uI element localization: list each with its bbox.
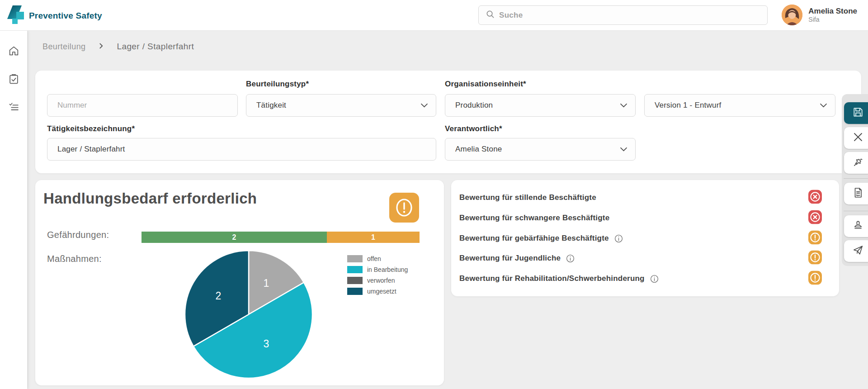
bewertung-label: Bewertung für Jugendliche xyxy=(459,254,561,263)
legend-swatch xyxy=(347,266,363,273)
handlungsbedarf-card: Handlungsbedarf erforderlich Gefährdunge… xyxy=(35,180,444,385)
legend-label: verworfen xyxy=(367,277,395,284)
chevron-down-icon xyxy=(820,101,827,110)
user-name: Amelia Stone xyxy=(808,6,857,16)
beurteilungstyp-label: Beurteilungstyp* xyxy=(246,80,309,89)
nummer-field[interactable] xyxy=(47,94,238,117)
taetigkeitsbezeichnung-field[interactable]: Lager / Staplerfahrt xyxy=(47,138,436,161)
search-icon xyxy=(486,10,495,20)
signature-document-button[interactable] xyxy=(844,183,868,204)
massnahmen-pie-chart: 132 xyxy=(183,249,314,380)
breadcrumb-current: Lager / Staplerfahrt xyxy=(117,42,194,52)
clipboard-check-icon xyxy=(8,73,19,86)
bewertungen-card: Bewertung für stillende Beschäftigte Bew… xyxy=(451,180,839,296)
status-card-title: Handlungsbedarf erforderlich xyxy=(43,190,257,207)
taetigkeitsbezeichnung-label: Tätigkeitsbezeichnung* xyxy=(47,124,135,133)
legend-swatch xyxy=(347,277,363,284)
list-item: Bewertung für schwangere Beschäftigte xyxy=(451,208,839,228)
bewertung-label: Bewertung für gebärfähige Beschäftigte xyxy=(459,234,609,243)
breadcrumb: Beurteilung Lager / Staplerfahrt xyxy=(42,42,194,52)
chevron-down-icon xyxy=(620,101,627,110)
legend-item-in-bearbeitung: in Bearbeitung xyxy=(347,266,408,273)
pin-button[interactable] xyxy=(844,152,868,174)
assessment-form-card: Beurteilungstyp* Organisationseinheit* T… xyxy=(35,71,861,173)
organisationseinheit-label: Organisationseinheit* xyxy=(445,80,526,89)
error-status-icon[interactable] xyxy=(808,190,822,206)
global-search[interactable] xyxy=(478,5,768,25)
legend-item-offen: offen xyxy=(347,255,408,262)
sidebar-item-home[interactable] xyxy=(7,45,20,58)
chevron-right-icon xyxy=(98,43,104,51)
search-input[interactable] xyxy=(499,11,767,20)
save-button[interactable] xyxy=(844,102,868,124)
beurteilungstyp-select[interactable]: Tätigkeit xyxy=(246,94,436,117)
stamp-icon xyxy=(852,219,864,233)
sidebar-item-assessments[interactable] xyxy=(7,73,20,86)
bewertung-label: Bewertung für schwangere Beschäftigte xyxy=(459,213,609,223)
version-select[interactable]: Version 1 - Entwurf xyxy=(644,94,835,117)
organisationseinheit-select[interactable]: Produktion xyxy=(445,94,636,117)
close-button[interactable] xyxy=(844,127,868,149)
verantwortlich-select[interactable]: Amelia Stone xyxy=(445,138,636,161)
legend-swatch xyxy=(347,255,363,262)
bewertung-label: Bewertung für stillende Beschäftigte xyxy=(459,193,596,202)
send-button[interactable] xyxy=(844,240,868,262)
info-icon[interactable] xyxy=(566,254,575,263)
warning-status-icon[interactable] xyxy=(808,271,822,287)
nummer-input[interactable] xyxy=(57,101,229,110)
warning-status-icon[interactable] xyxy=(808,251,822,266)
legend-item-umgesetzt: umgesetzt xyxy=(347,288,408,295)
warning-badge-icon xyxy=(389,193,419,223)
brand-title: Preventive Safety xyxy=(29,11,102,21)
organisationseinheit-value: Produktion xyxy=(455,101,493,110)
chevron-down-icon xyxy=(421,101,428,110)
signature-document-icon xyxy=(852,187,864,200)
bar-segment-green: 2 xyxy=(142,232,327,243)
legend-label: in Bearbeitung xyxy=(367,266,408,273)
save-icon xyxy=(852,106,864,120)
warning-status-icon[interactable] xyxy=(808,231,822,247)
verantwortlich-value: Amelia Stone xyxy=(455,145,502,154)
sidebar-item-tasks[interactable] xyxy=(7,101,20,114)
legend-label: umgesetzt xyxy=(367,288,396,295)
avatar[interactable] xyxy=(782,5,802,25)
send-icon xyxy=(852,244,864,258)
verantwortlich-label: Verantwortlich* xyxy=(445,124,502,133)
gefaehrdungen-bar-chart: 2 1 xyxy=(142,232,420,243)
info-icon[interactable] xyxy=(614,234,623,243)
pin-icon xyxy=(852,156,864,170)
home-icon xyxy=(8,45,19,58)
beurteilungstyp-value: Tätigkeit xyxy=(256,101,286,110)
version-value: Version 1 - Entwurf xyxy=(655,101,721,110)
list-item: Bewertung für Rehabilitation/Schwerbehin… xyxy=(451,269,839,289)
user-menu[interactable]: Amelia Stone Sifa xyxy=(782,5,857,25)
info-icon[interactable] xyxy=(650,275,659,283)
bar-segment-orange: 1 xyxy=(327,232,420,243)
massnahmen-label: Maßnahmen: xyxy=(47,254,102,264)
bewertung-label: Bewertung für Rehabilitation/Schwerbehin… xyxy=(459,274,645,283)
svg-text:2: 2 xyxy=(215,290,221,302)
user-role: Sifa xyxy=(808,16,857,24)
app-header: Preventive Safety Amelia Stone Sifa xyxy=(0,0,868,31)
taetigkeitsbezeichnung-value: Lager / Staplerfahrt xyxy=(57,145,125,154)
pie-legend: offen in Bearbeitung verworfen umgesetzt xyxy=(347,255,408,295)
svg-text:1: 1 xyxy=(263,277,269,289)
error-status-icon[interactable] xyxy=(808,210,822,226)
action-toolbar xyxy=(842,94,868,266)
list-item: Bewertung für gebärfähige Beschäftigte xyxy=(451,228,839,248)
checklist-icon xyxy=(8,101,19,114)
close-icon xyxy=(853,132,863,144)
legend-item-verworfen: verworfen xyxy=(347,277,408,284)
list-item: Bewertung für stillende Beschäftigte xyxy=(451,188,839,208)
app-logo-icon xyxy=(5,4,27,27)
svg-text:3: 3 xyxy=(263,338,269,350)
legend-swatch xyxy=(347,288,363,295)
gefaehrdungen-label: Gefährdungen: xyxy=(47,230,109,240)
breadcrumb-section[interactable]: Beurteilung xyxy=(42,42,85,52)
stamp-button[interactable] xyxy=(844,215,868,237)
list-item: Bewertung für Jugendliche xyxy=(451,248,839,268)
chevron-down-icon xyxy=(620,145,627,154)
sidebar-nav xyxy=(0,31,27,389)
legend-label: offen xyxy=(367,255,381,262)
